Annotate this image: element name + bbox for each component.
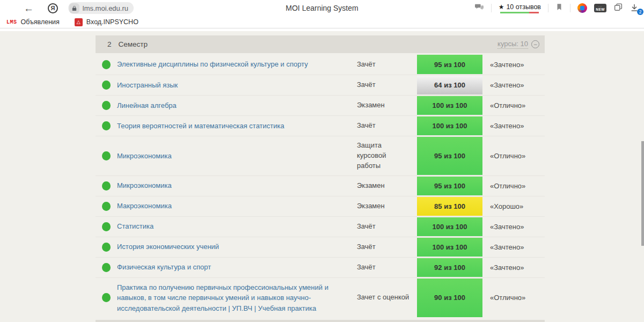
course-row: Статистика Зачёт 100 из 100 «Зачтено» bbox=[96, 216, 545, 237]
status-dot-icon bbox=[102, 80, 111, 90]
course-link[interactable]: Микроэкономика bbox=[117, 176, 357, 195]
course-link[interactable]: Теория вероятностей и математическая ста… bbox=[117, 116, 357, 136]
status-dot-icon bbox=[102, 202, 111, 211]
bookmark-lms-announcements[interactable]: LMS Объявления bbox=[6, 18, 60, 26]
score-badge: 95 из 100 bbox=[417, 137, 482, 175]
assessment-type: Зачёт bbox=[357, 116, 417, 135]
grade-text: «Отлично» bbox=[482, 148, 545, 164]
courses-count-link[interactable]: курсы: 10 bbox=[497, 40, 528, 49]
page-title: MOI Learning System bbox=[286, 4, 358, 12]
course-row: Макроэкономика Экзамен 85 из 100 «Хорошо… bbox=[96, 196, 545, 216]
assessment-type: Экзамен bbox=[357, 96, 417, 115]
course-row: Микроэкономика Экзамен 95 из 100 «Отличн… bbox=[96, 175, 545, 196]
course-row: Физическая культура и спорт Зачёт 92 из … bbox=[96, 257, 545, 277]
score-badge: 85 из 100 bbox=[417, 197, 482, 216]
grade-text: «Зачтено» bbox=[482, 218, 545, 235]
score-badge: 95 из 100 bbox=[417, 177, 482, 195]
course-row: Элективные дисциплины по физической куль… bbox=[96, 54, 545, 75]
yandex-home-icon[interactable]: Я bbox=[48, 3, 58, 13]
page-content: 2 Семестр курсы: 10 − Элективные дисципл… bbox=[0, 29, 644, 322]
course-link[interactable]: Макроэкономика bbox=[117, 196, 357, 216]
assessment-type: Экзамен bbox=[357, 197, 417, 216]
grade-text: «Хорошо» bbox=[482, 198, 545, 215]
status-dot-icon bbox=[102, 60, 111, 69]
course-link[interactable]: Линейная алгебра bbox=[117, 96, 357, 115]
score-badge: 90 из 100 bbox=[417, 279, 482, 318]
score-badge: 100 из 100 bbox=[417, 238, 482, 257]
reviews-count: 10 отзывов bbox=[506, 3, 541, 11]
score-badge: 100 из 100 bbox=[417, 96, 482, 115]
status-dot-icon bbox=[102, 222, 111, 231]
assessment-type: Зачёт bbox=[357, 217, 417, 236]
extension-new-icon[interactable]: ··· NEW bbox=[594, 4, 606, 12]
site-rating[interactable]: ★ 10 отзывов bbox=[499, 3, 541, 13]
course-row: Иностранный язык Зачёт 64 из 100 «Зачтен… bbox=[96, 75, 545, 95]
assessment-type: Зачёт bbox=[357, 55, 417, 74]
score-badge: 100 из 100 bbox=[417, 116, 482, 135]
status-dot-icon bbox=[102, 263, 111, 272]
course-link[interactable]: Микроэкономика bbox=[117, 147, 357, 166]
ssl-lock-icon[interactable] bbox=[69, 3, 79, 13]
status-dot-icon bbox=[102, 181, 111, 191]
grade-text: «Зачтено» bbox=[482, 56, 545, 73]
divider bbox=[491, 4, 492, 12]
back-button[interactable]: ← bbox=[24, 3, 34, 13]
rating-bar bbox=[500, 12, 539, 13]
grades-table: 2 Семестр курсы: 10 − Элективные дисципл… bbox=[96, 35, 545, 322]
tabs-icon[interactable] bbox=[613, 3, 623, 14]
assessment-type: Зачет с оценкой bbox=[357, 288, 417, 307]
course-link[interactable]: Элективные дисциплины по физической куль… bbox=[117, 55, 357, 74]
course-link[interactable]: Практика по получению первичных професси… bbox=[117, 278, 357, 318]
grade-text: «Зачтено» bbox=[482, 118, 545, 134]
downloads-count-badge: 2 bbox=[637, 9, 643, 15]
lms-favicon: LMS bbox=[6, 19, 17, 25]
course-row: История экономических учений Зачёт 100 и… bbox=[96, 237, 545, 257]
collapse-semester-icon[interactable]: − bbox=[531, 40, 539, 48]
url-text: lms.moi.edu.ru bbox=[83, 4, 128, 12]
course-row: Линейная алгебра Экзамен 100 из 100 «Отл… bbox=[96, 95, 545, 115]
course-rows: Элективные дисциплины по физической куль… bbox=[96, 54, 545, 318]
course-row: Микроэкономика Защита курсовой работы 95… bbox=[96, 136, 545, 175]
grade-text: «Отлично» bbox=[482, 289, 545, 306]
status-dot-icon bbox=[102, 151, 111, 160]
assessment-type: Экзамен bbox=[357, 177, 417, 195]
feedback-icon[interactable] bbox=[474, 3, 484, 13]
course-row: Теория вероятностей и математическая ста… bbox=[96, 115, 545, 136]
status-dot-icon bbox=[102, 243, 111, 252]
course-link[interactable]: Физическая культура и спорт bbox=[117, 258, 357, 277]
divider bbox=[548, 4, 548, 12]
downloads-button[interactable]: 2 bbox=[630, 3, 641, 13]
score-badge: 95 из 100 bbox=[417, 55, 482, 74]
bookmark-icon[interactable] bbox=[555, 3, 563, 13]
assessment-type: Зачёт bbox=[357, 258, 417, 277]
vertical-scrollbar[interactable] bbox=[641, 141, 644, 246]
divider bbox=[570, 4, 570, 12]
star-icon: ★ bbox=[499, 3, 504, 11]
status-dot-icon bbox=[102, 121, 111, 130]
extension-browser-icon[interactable] bbox=[577, 3, 587, 13]
assessment-type: Защита курсовой работы bbox=[357, 136, 417, 175]
browser-toolbar: ← Я ↻ lms.moi.edu.ru MOI Learning System… bbox=[0, 0, 644, 16]
grade-text: «Зачтено» bbox=[482, 77, 545, 93]
status-dot-icon bbox=[102, 293, 111, 302]
assessment-type: Зачёт bbox=[357, 238, 417, 257]
status-dot-icon bbox=[102, 101, 111, 110]
grade-text: «Зачтено» bbox=[482, 259, 545, 276]
bookmarks-bar: LMS Объявления △ Вход.INPSYCHO bbox=[0, 16, 644, 28]
grade-text: «Отлично» bbox=[482, 97, 545, 114]
course-link[interactable]: Иностранный язык bbox=[117, 76, 357, 95]
inpsycho-favicon: △ bbox=[75, 18, 83, 26]
address-bar[interactable]: lms.moi.edu.ru bbox=[68, 2, 134, 14]
grade-text: «Отлично» bbox=[482, 178, 545, 194]
semester-3-header: 3 Семестр курсы: 10 + bbox=[96, 320, 545, 322]
assessment-type: Зачёт bbox=[357, 76, 417, 94]
score-badge: 92 из 100 bbox=[417, 258, 482, 277]
semester-2-header: 2 Семестр курсы: 10 − bbox=[96, 35, 545, 53]
score-badge: 100 из 100 bbox=[417, 217, 482, 236]
course-link[interactable]: История экономических учений bbox=[117, 237, 357, 257]
score-badge: 64 из 100 bbox=[417, 76, 482, 94]
course-row: Практика по получению первичных професси… bbox=[96, 277, 545, 318]
grade-text: «Зачтено» bbox=[482, 239, 545, 255]
course-link[interactable]: Статистика bbox=[117, 217, 357, 236]
bookmark-inpsycho-login[interactable]: △ Вход.INPSYCHO bbox=[75, 18, 138, 26]
